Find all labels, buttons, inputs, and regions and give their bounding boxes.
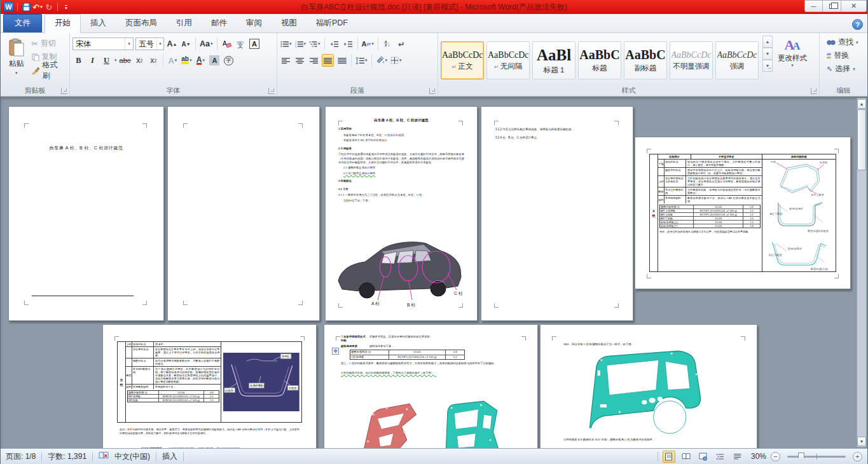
page-1[interactable]: 白车身 A 柱、B 柱、C 柱设计规范 [8,106,164,321]
styles-dialog-launcher-icon[interactable] [811,88,817,94]
zoom-in-button[interactable]: + [853,452,862,461]
text-effects-button[interactable]: A▾ [167,54,179,67]
page-3[interactable]: 白车身 A 柱、B 柱、C 柱设计规范 1 适用范围 本标准规定了白车身 A 柱… [325,106,478,321]
tab-review[interactable]: 审阅 [237,15,272,32]
style-card[interactable]: AaBbC 标题 [578,41,621,79]
style-card[interactable]: AaBbCcDc 正文 [441,41,484,79]
table-move-handle-icon[interactable]: ✥ [332,348,339,355]
page-7[interactable]: ✥ 二至多件焊接组合式结构焊接多件组合，应留出足够的焊接边和定位基准面。 材料选… [324,324,538,448]
tab-foxit-pdf[interactable]: 福昕PDF [307,15,357,32]
bullets-button[interactable]: ▾ [280,38,293,50]
document-area[interactable]: 白车身 A 柱、B 柱、C 柱设计规范 白车身 A 柱、B 柱、C 柱设计规范 … [1,97,867,448]
font-size-select[interactable]: 五号▾ [135,38,164,50]
tab-references[interactable]: 引用 [167,15,202,32]
view-full-screen-reading-button[interactable] [680,451,692,463]
subscript-button[interactable]: x2 [134,54,146,67]
scroll-up-button[interactable]: ▲ [857,99,866,109]
word-logo-icon[interactable]: W [3,2,14,12]
view-print-layout-button[interactable] [663,451,675,463]
view-web-layout-button[interactable] [697,451,710,463]
increase-indent-button[interactable] [342,38,354,50]
asian-layout-button[interactable]: A⇄▾ [361,38,375,50]
proofing-status-icon[interactable] [99,451,109,461]
page-4[interactable]: 3.1.2 汽车立柱的结构主要由内板、加强板与外板等结构组成。 3.2 A 柱、… [481,106,633,321]
sort-button[interactable]: AZ↓ [382,38,394,50]
page-6[interactable]: B柱 上部 较低的支点 同 A 柱。 [102,324,317,448]
decrease-indent-button[interactable] [328,38,340,50]
bold-button[interactable]: B [72,54,85,67]
minimize-button[interactable]: ─ [804,0,823,12]
align-center-button[interactable] [294,54,306,67]
text-highlight-button[interactable]: ab▾ [181,54,193,67]
phonetic-guide-button[interactable]: wén 文 [235,38,247,50]
borders-button[interactable]: ▾ [390,54,403,67]
page-8[interactable]: 另外，部分车型 C 柱和侧围外板设计为一体式，如下图。 这种结构多见于两厢车及 … [540,324,757,448]
tab-view[interactable]: 视图 [272,15,307,32]
multilevel-list-button[interactable]: ▾ [308,38,321,50]
shrink-font-button[interactable]: A▼ [180,38,192,50]
change-styles-button[interactable]: AA 更改样式 ▾ [774,33,811,85]
align-right-button[interactable] [308,54,320,67]
grow-font-button[interactable]: A▲ [166,38,178,50]
strikethrough-button[interactable]: abe [119,54,132,67]
superscript-button[interactable]: x2 [148,54,160,67]
clipboard-dialog-launcher-icon[interactable] [61,88,67,94]
enclose-characters-button[interactable]: 字 [223,54,235,67]
tab-insert[interactable]: 插入 [81,15,116,32]
find-button[interactable]: 查找▾ [825,36,865,49]
character-border-button[interactable]: A [249,38,261,50]
close-button[interactable]: ✕ [841,0,867,12]
page-5[interactable]: A柱 控制项目 主要技术要求 下端 较低的支点 较低风挡下横梁固定点低于下视点，… [635,137,851,289]
font-dialog-launcher-icon[interactable] [268,88,275,94]
vertical-scrollbar[interactable]: ▲ ▼ [857,98,867,447]
cut-button[interactable]: ✂ 剪切 [30,37,67,50]
insert-mode-indicator[interactable]: 插入 [162,451,177,462]
page-indicator[interactable]: 页面: 1/8 [6,451,36,462]
undo-button[interactable]: ↶▾ [32,1,43,13]
zoom-slider[interactable] [787,456,846,458]
style-card[interactable]: AaBl 标题 1 [532,41,575,79]
redo-button[interactable]: ↻ [44,1,54,13]
tab-home[interactable]: 开始 [45,14,81,33]
distribute-button[interactable] [336,54,348,67]
clear-formatting-button[interactable]: A [221,38,233,50]
view-draft-button[interactable] [731,451,744,463]
zoom-slider-thumb[interactable] [798,453,804,461]
shading-button[interactable]: ▾ [375,54,389,67]
save-button[interactable] [21,1,31,13]
help-icon[interactable]: ? [852,19,863,30]
replace-button[interactable]: abac 替换 [825,49,865,62]
customize-quick-access-button[interactable]: ▾ [61,1,71,13]
show-hide-marks-button[interactable]: ↵ [396,38,408,50]
line-spacing-button[interactable]: ▾ [355,54,368,67]
style-scroll-down-button[interactable]: ▼ [762,48,773,60]
justify-button[interactable] [322,54,334,67]
numbering-button[interactable]: 1 2 3 ▾ [294,38,307,50]
view-outline-button[interactable] [714,451,727,463]
zoom-level[interactable]: 30% [751,452,766,461]
tab-mailings[interactable]: 邮件 [202,15,237,32]
character-shading-button[interactable]: A [209,54,221,67]
paste-button[interactable]: 粘贴 ▾ [3,36,30,85]
align-left-button[interactable] [280,54,292,67]
underline-button[interactable]: U [100,54,113,67]
style-card[interactable]: AaBbC 副标题 [624,41,667,79]
format-painter-button[interactable]: 格式刷 [30,64,67,77]
tab-file[interactable]: 文件 [3,14,42,32]
scrollbar-thumb[interactable] [857,109,866,170]
change-case-button[interactable]: Aa▾ [199,38,214,50]
select-button[interactable]: ⇖ 选择▾ [825,62,865,76]
style-gallery-more-button[interactable]: ▼̲ [762,60,773,72]
style-card[interactable]: AaBbCcDc 无间隔 [486,41,530,79]
font-family-select[interactable]: 宋体▾ [72,38,134,50]
style-card[interactable]: AaBbCcDc 强调 [715,41,759,79]
zoom-out-button[interactable]: − [771,452,780,461]
paragraph-dialog-launcher-icon[interactable] [429,88,436,94]
page-2[interactable] [167,106,320,321]
scroll-down-button[interactable]: ▼ [857,437,866,446]
style-scroll-up-button[interactable]: ▲ [762,36,773,48]
tab-page-layout[interactable]: 页面布局 [116,15,167,32]
word-count[interactable]: 字数: 1,391 [48,451,86,462]
restore-button[interactable] [823,0,841,12]
font-color-button[interactable]: A▾ [195,54,207,67]
